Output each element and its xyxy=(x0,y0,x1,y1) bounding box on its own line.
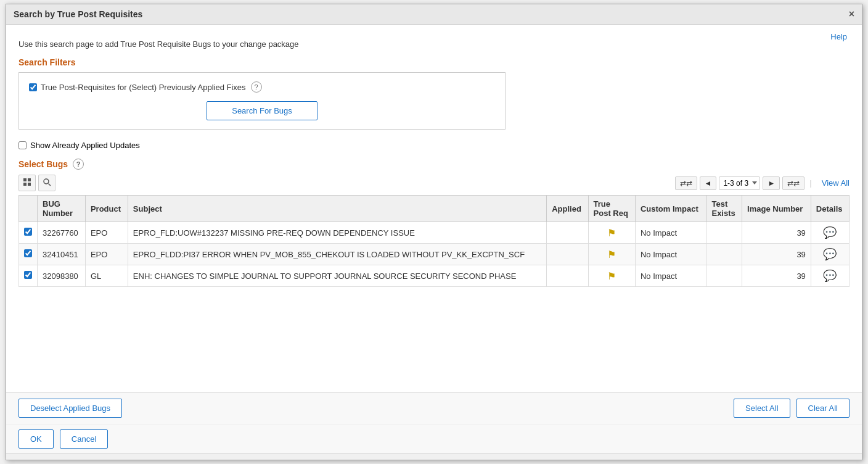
row-2-image-number: 39 xyxy=(742,265,811,287)
ok-button[interactable]: OK xyxy=(18,429,54,449)
col-details: Details xyxy=(811,196,849,222)
table-row: 32410451EPOEPRO_FLDD:PI37 ERROR WHEN PV_… xyxy=(19,244,850,265)
col-subject: Subject xyxy=(128,196,546,222)
horizontal-scrollbar[interactable] xyxy=(6,454,862,460)
toolbar: ⇄⇄ ◄ 1-3 of 3 ► ⇄⇄ | View All xyxy=(18,175,850,191)
dialog-title: Search by True Post Requisites xyxy=(14,9,142,19)
row-0-product: EPO xyxy=(85,222,128,244)
show-applied-label: Show Already Applied Updates xyxy=(30,141,140,150)
view-all-link[interactable]: View All xyxy=(822,178,850,188)
search-button[interactable] xyxy=(38,175,55,191)
svg-rect-1 xyxy=(28,178,31,181)
row-0-bug-number: 32267760 xyxy=(38,222,86,244)
search-bugs-button[interactable]: Search For Bugs xyxy=(207,101,317,120)
details-icon[interactable]: 💬 xyxy=(823,270,837,282)
select-all-button[interactable]: Select All xyxy=(734,399,790,418)
filter-label: True Post-Requisites for (Select) Previo… xyxy=(41,83,246,92)
prev-page-button[interactable]: ◄ xyxy=(700,176,717,190)
row-1-checkbox[interactable] xyxy=(24,249,32,257)
select-bugs-help-icon[interactable]: ? xyxy=(73,159,84,170)
row-2-true-post-req: ⚑ xyxy=(588,265,635,287)
true-post-req-checkbox[interactable] xyxy=(29,83,37,91)
row-0-custom-impact: No Impact xyxy=(635,222,706,244)
row-0-subject: EPRO_FLD:UOW#132237 MISSING PRE-REQ DOWN… xyxy=(128,222,546,244)
description-text: Use this search page to add True Post Re… xyxy=(18,39,850,49)
col-bug-number: BUGNumber xyxy=(38,196,86,222)
row-0-details[interactable]: 💬 xyxy=(811,222,849,244)
filter-help-icon[interactable]: ? xyxy=(251,81,262,93)
col-applied: Applied xyxy=(547,196,588,222)
row-1-custom-impact: No Impact xyxy=(635,244,706,265)
row-2-test-exists xyxy=(706,265,742,287)
grid-view-button[interactable] xyxy=(18,175,36,191)
last-page-button[interactable]: ⇄⇄ xyxy=(782,176,805,190)
show-applied-checkbox[interactable] xyxy=(18,141,27,149)
row-2-applied xyxy=(547,265,588,287)
separator: | xyxy=(809,178,811,188)
title-bar: Search by True Post Requisites × xyxy=(6,4,862,25)
row-1-details[interactable]: 💬 xyxy=(811,244,849,265)
table-row: 32098380GLENH: CHANGES TO SIMPLE JOURNAL… xyxy=(19,265,850,287)
svg-rect-0 xyxy=(23,178,27,181)
pagination: ⇄⇄ ◄ 1-3 of 3 ► ⇄⇄ | View All xyxy=(675,176,850,190)
first-page-button[interactable]: ⇄⇄ xyxy=(675,176,697,190)
row-2-bug-number: 32098380 xyxy=(38,265,86,287)
next-page-button[interactable]: ► xyxy=(763,176,780,190)
row-2-product: GL xyxy=(85,265,128,287)
table-row: 32267760EPOEPRO_FLD:UOW#132237 MISSING P… xyxy=(19,222,850,244)
show-applied-row: Show Already Applied Updates xyxy=(18,141,850,150)
content-area: Help Use this search page to add True Po… xyxy=(6,25,862,392)
search-filters-title: Search Filters xyxy=(18,57,850,67)
svg-rect-2 xyxy=(23,183,27,186)
row-1-image-number: 39 xyxy=(742,244,811,265)
svg-rect-3 xyxy=(28,183,31,186)
row-1-subject: EPRO_FLDD:PI37 ERROR WHEN PV_MOB_855_CHE… xyxy=(128,244,546,265)
col-custom-impact: Custom Impact xyxy=(635,196,706,222)
ok-cancel-bar: OK Cancel xyxy=(6,424,862,454)
svg-point-4 xyxy=(44,179,49,184)
cancel-button[interactable]: Cancel xyxy=(60,429,108,449)
help-link[interactable]: Help xyxy=(830,32,847,41)
col-test-exists: TestExists xyxy=(706,196,742,222)
row-2-checkbox[interactable] xyxy=(24,271,32,279)
clear-all-button[interactable]: Clear All xyxy=(796,399,850,418)
col-true-post-req: TruePost Req xyxy=(588,196,635,222)
row-0-image-number: 39 xyxy=(742,222,811,244)
dialog: Search by True Post Requisites × Help Us… xyxy=(6,4,862,460)
row-2-custom-impact: No Impact xyxy=(635,265,706,287)
svg-line-5 xyxy=(49,184,51,186)
col-image-number: Image Number xyxy=(742,196,811,222)
details-icon[interactable]: 💬 xyxy=(823,248,837,260)
row-0-test-exists xyxy=(706,222,742,244)
table-header-row: BUGNumber Product Subject Applied TruePo… xyxy=(19,196,850,222)
row-1-true-post-req: ⚑ xyxy=(588,244,635,265)
details-icon[interactable]: 💬 xyxy=(823,226,837,239)
filter-row: True Post-Requisites for (Select) Previo… xyxy=(29,81,495,93)
row-0-applied xyxy=(547,222,588,244)
row-1-applied xyxy=(547,244,588,265)
page-selector[interactable]: 1-3 of 3 xyxy=(719,176,760,190)
row-2-details[interactable]: 💬 xyxy=(811,265,849,287)
row-0-true-post-req: ⚑ xyxy=(588,222,635,244)
col-product: Product xyxy=(85,196,128,222)
select-bugs-title: Select Bugs ? xyxy=(18,159,850,170)
row-1-test-exists xyxy=(706,244,742,265)
row-2-subject: ENH: CHANGES TO SIMPLE JOURNAL TO SUPPOR… xyxy=(128,265,546,287)
row-1-product: EPO xyxy=(85,244,128,265)
deselect-applied-button[interactable]: Deselect Applied Bugs xyxy=(18,399,122,418)
close-button[interactable]: × xyxy=(849,9,854,19)
bugs-table: BUGNumber Product Subject Applied TruePo… xyxy=(18,195,850,287)
search-filters-box: True Post-Requisites for (Select) Previo… xyxy=(18,72,506,130)
bottom-bar: Deselect Applied Bugs Select All Clear A… xyxy=(6,392,862,424)
row-1-bug-number: 32410451 xyxy=(38,244,86,265)
row-0-checkbox[interactable] xyxy=(24,228,32,236)
col-checkbox xyxy=(19,196,38,222)
